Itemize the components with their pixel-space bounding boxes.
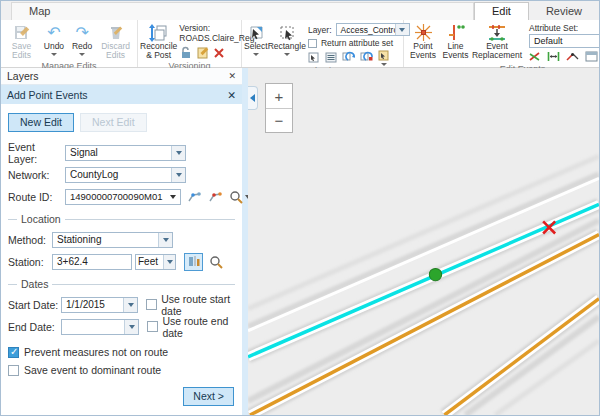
save-edits-button[interactable]: Save Edits (3, 22, 40, 61)
prevent-measures-checkbox[interactable] (8, 347, 19, 358)
group-selection: Select Rectangle Layer: Access_Control (242, 20, 404, 67)
network-dropdown-arrow[interactable] (171, 168, 185, 182)
method-dropdown-arrow[interactable] (158, 233, 172, 247)
event-attributes-window-icon[interactable] (585, 51, 598, 64)
delete-version-icon[interactable] (213, 47, 225, 61)
select-by-location-icon[interactable] (360, 51, 373, 65)
rectangle-dropdown-caret[interactable] (284, 53, 290, 56)
reconcile-post-label: Reconcile & Post (140, 42, 177, 61)
station-locate-icon[interactable] (209, 255, 223, 269)
select-route-on-map-icon[interactable] (187, 190, 202, 203)
app-window: Map Edit Review Save Edits ↶ Undo (0, 0, 600, 416)
offset-event-icon[interactable] (547, 51, 560, 64)
event-replacement-icon (486, 23, 508, 42)
left-panel: Layers ✕ Add Point Events ✕ New Edit Nex… (1, 68, 248, 415)
dates-section-label: Dates (21, 278, 48, 290)
zoom-in-button[interactable]: + (266, 84, 292, 108)
new-edit-button[interactable]: New Edit (8, 113, 74, 132)
undo-button[interactable]: ↶ Undo (40, 22, 68, 56)
event-layer-select[interactable]: Signal (65, 145, 186, 161)
point-event-marker[interactable] (429, 268, 441, 280)
event-layer-value: Signal (66, 147, 171, 158)
split-event-icon[interactable] (566, 51, 579, 64)
map-canvas (248, 68, 599, 415)
redo-button[interactable]: ↷ Redo (68, 22, 96, 56)
event-replacement-button[interactable]: Event Replacement (471, 22, 523, 61)
start-date-dropdown-arrow[interactable] (123, 298, 137, 312)
tab-edit[interactable]: Edit (474, 2, 529, 20)
station-input[interactable]: 3+62.4 (52, 254, 132, 270)
end-date-dropdown-arrow[interactable] (124, 320, 138, 334)
line-events-button[interactable]: Line Events (440, 22, 471, 61)
location-section-separator: Location (8, 213, 235, 225)
use-route-end-date-checkbox[interactable] (147, 321, 158, 332)
start-date-value: 1/1/2015 (62, 299, 123, 310)
station-pick-button[interactable] (184, 253, 203, 271)
return-attribute-set-label: Return attribute set (321, 38, 393, 48)
discard-edits-button[interactable]: Discard Edits (96, 22, 135, 61)
map-zoom-control: + − (265, 83, 293, 133)
use-route-start-date-checkbox[interactable] (146, 299, 157, 310)
new-version-icon[interactable] (196, 46, 209, 61)
route-id-value: 14900000700090M01 (66, 191, 166, 202)
attribute-set-combobox[interactable]: Default (529, 34, 600, 48)
undo-dropdown-caret[interactable] (51, 53, 57, 56)
point-events-button[interactable]: Point Events (406, 22, 440, 61)
start-date-picker[interactable]: 1/1/2015 (61, 297, 138, 313)
clear-selection-button[interactable] (378, 50, 390, 66)
collapse-arrow-icon (250, 94, 255, 102)
network-select[interactable]: CountyLog (65, 167, 186, 183)
layers-pane-close-icon[interactable]: ✕ (228, 71, 236, 81)
redo-label: Redo (72, 42, 92, 51)
map-view[interactable]: + − (248, 68, 599, 415)
lock-open-icon[interactable] (179, 46, 192, 61)
return-attribute-set-checkbox[interactable] (308, 39, 317, 48)
select-button[interactable]: Select (244, 22, 268, 56)
select-route-from-selection-icon[interactable] (208, 190, 223, 203)
select-page-icon[interactable] (308, 52, 320, 65)
undo-label: Undo (44, 42, 64, 51)
attribute-set-label: Attribute Set: (529, 23, 600, 33)
end-date-picker[interactable] (61, 319, 139, 335)
select-by-attributes-icon[interactable] (342, 51, 355, 65)
select-dropdown-caret[interactable] (253, 53, 259, 56)
selection-layer-combobox[interactable]: Access_Control (336, 23, 410, 36)
station-unit-select[interactable]: Feet (135, 254, 176, 270)
add-point-events-close-icon[interactable]: ✕ (227, 89, 236, 101)
use-route-end-date-label: Use route end date (162, 315, 235, 339)
reconcile-post-button[interactable]: Reconcile & Post (140, 22, 177, 61)
ribbon: Save Edits ↶ Undo ↷ Redo Discard Edits (1, 20, 599, 68)
next-edit-button[interactable]: Next Edit (80, 113, 147, 132)
tab-review[interactable]: Review (529, 3, 599, 20)
rectangle-select-button[interactable]: Rectangle (268, 22, 306, 56)
route-id-combobox[interactable]: 14900000700090M01 (65, 189, 181, 205)
undo-icon: ↶ (47, 23, 60, 42)
add-point-events-title: Add Point Events (7, 89, 88, 101)
save-to-dominant-route-checkbox[interactable] (8, 365, 19, 376)
selection-layer-value: Access_Control (337, 25, 395, 35)
tab-map[interactable]: Map (11, 2, 474, 20)
realign-event-icon[interactable] (529, 51, 541, 64)
redo-dropdown-caret[interactable] (79, 53, 85, 56)
group-versioning: Reconcile & Post Version: ROADS.Claire_R… (138, 20, 242, 67)
next-button[interactable]: Next > (183, 387, 234, 406)
event-layer-label: Event Layer: (8, 141, 65, 165)
end-date-label: End Date: (8, 321, 61, 333)
panel-collapse-button[interactable] (248, 86, 258, 110)
location-section-label: Location (21, 213, 61, 225)
station-offset-icon (188, 255, 200, 269)
network-value: CountyLog (66, 169, 171, 180)
add-point-events-header: Add Point Events ✕ (1, 85, 242, 104)
use-route-start-date-label: Use route start date (161, 293, 235, 317)
station-label: Station: (8, 256, 52, 268)
event-layer-dropdown-arrow[interactable] (171, 146, 185, 160)
zoom-out-button[interactable]: − (266, 108, 292, 132)
save-edits-label: Save Edits (3, 42, 40, 61)
layers-pane-header: Layers ✕ (1, 68, 242, 85)
method-select[interactable]: Stationing (52, 232, 173, 248)
route-id-dropdown-arrow[interactable] (166, 190, 180, 204)
group-manage-edits: Save Edits ↶ Undo ↷ Redo Discard Edits (1, 20, 138, 67)
route-id-label: Route ID: (8, 191, 65, 203)
selection-list-icon[interactable] (325, 52, 337, 65)
station-unit-dropdown-arrow[interactable] (163, 255, 175, 269)
